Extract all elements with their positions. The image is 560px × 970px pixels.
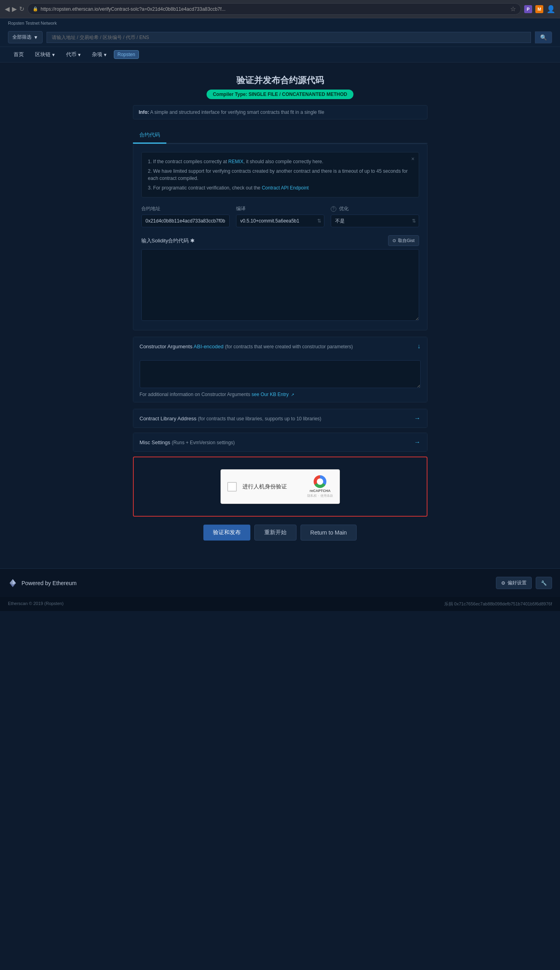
wrench-icon: 🔧 (541, 580, 547, 586)
recaptcha-checkbox[interactable] (227, 482, 237, 492)
optimize-select[interactable]: 不是 是 (331, 215, 419, 227)
search-input[interactable] (47, 32, 531, 43)
api-endpoint-link[interactable]: Contract API Endpoint (262, 185, 309, 191)
return-main-button[interactable]: Return to Main (300, 525, 357, 541)
misc-header[interactable]: Misc Settings (Runs + EvmVersion setting… (133, 433, 427, 451)
nav-item-tokens[interactable]: 代币 ▾ (60, 47, 86, 62)
dropdown-label: 全部筛选 (12, 34, 31, 41)
info-bar: Info: A simple and structured interface … (133, 105, 427, 119)
code-section-header: 输入Solidity合约代码 ✱ ⊙ 取自Gist (141, 235, 419, 246)
misc-section: Misc Settings (Runs + EvmVersion setting… (133, 433, 427, 452)
recaptcha-privacy[interactable]: 隐私权 (307, 494, 317, 498)
search-filter-dropdown[interactable]: 全部筛选 ▼ (8, 31, 43, 43)
form-group-compiler: 编译 v0.5.10+commit.5a6eea5b1 (236, 205, 324, 227)
star-icon[interactable]: ☆ (510, 5, 516, 13)
nav-item-misc[interactable]: 杂项 ▾ (86, 47, 112, 62)
gist-icon: ⊙ (392, 238, 396, 243)
solidity-code-input[interactable] (141, 249, 419, 321)
recaptcha-logo-center (317, 478, 323, 485)
network-label: Ropsten Testnet Network (8, 21, 57, 25)
compiler-select[interactable]: v0.5.10+commit.5a6eea5b1 (236, 215, 324, 227)
reload-icon[interactable]: ↻ (19, 5, 24, 13)
nav-dropdown-icon: ▾ (52, 52, 55, 58)
svg-marker-2 (13, 579, 16, 585)
reset-button[interactable]: 重新开始 (254, 525, 297, 541)
nav-item-blockchain[interactable]: 区块链 ▾ (29, 47, 60, 62)
site-footer: Powered by Ethereum ⚙ 偏好设置 🔧 (0, 568, 560, 597)
constructor-note: For additional information on Constructo… (140, 392, 421, 397)
recaptcha-links: 隐私权 - 使用条款 (307, 494, 333, 498)
network-badge[interactable]: Ropsten (114, 50, 139, 59)
notice-line-1: 1. If the contract compiles correctly at… (148, 158, 412, 165)
recaptcha-separator: - (318, 494, 319, 498)
notice-box: × 1. If the contract compiles correctly … (141, 152, 419, 197)
page-title: 验证并发布合约源代码 (133, 74, 427, 86)
forward-icon[interactable]: ▶ (12, 5, 17, 13)
abi-encoded-link[interactable]: ABI-encoded (193, 344, 223, 349)
remix-link[interactable]: REMIX (228, 159, 244, 164)
ext-icon-1[interactable]: P (524, 5, 532, 13)
library-arrow-icon: → (414, 415, 421, 422)
browser-nav[interactable]: ◀ ▶ ↻ (5, 5, 24, 13)
gist-button[interactable]: ⊙ 取自Gist (388, 235, 419, 246)
notice-close-icon[interactable]: × (411, 156, 414, 162)
constructor-section: Constructor Arguments ABI-encoded (for c… (133, 337, 427, 402)
footer-brand-text: Powered by Ethereum (21, 580, 77, 586)
donation-label: 乐捐 (444, 601, 453, 606)
site-header: 全部筛选 ▼ 🔍 (0, 28, 560, 47)
required-indicator: ✱ (190, 238, 195, 244)
url-text: https://ropsten.etherscan.io/verifyContr… (41, 6, 226, 12)
site-nav: 首页 区块链 ▾ 代币 ▾ 杂项 ▾ Ropsten (0, 47, 560, 62)
submit-button[interactable]: 验证和发布 (203, 525, 250, 541)
external-link-icon: ↗ (291, 392, 294, 397)
lock-icon: 🔒 (33, 6, 38, 12)
notice-line-2: 2. We have limited support for verifying… (148, 168, 412, 182)
form-fields-row: 合约地址 编译 v0.5.10+commit.5a6eea5b1 ? 优化 (141, 205, 419, 227)
recaptcha-terms[interactable]: 使用条款 (320, 494, 333, 498)
address-input[interactable] (141, 215, 230, 227)
browser-bar: ◀ ▶ ↻ 🔒 https://ropsten.etherscan.io/ver… (0, 0, 560, 18)
nav-dropdown-icon-3: ▾ (104, 52, 107, 58)
ext-icon-2[interactable]: M (535, 5, 543, 13)
nav-item-home[interactable]: 首页 (8, 47, 29, 62)
library-header[interactable]: Contract Library Address (for contracts … (133, 409, 427, 427)
constructor-body: For additional information on Constructo… (133, 355, 427, 402)
dropdown-arrow-icon: ▼ (33, 35, 38, 40)
recaptcha-label: 进行人机身份验证 (242, 483, 302, 490)
recaptcha-box: 进行人机身份验证 reCAPTCHA 隐私权 - 使用条款 (220, 469, 340, 504)
recaptcha-logo-icon (314, 475, 326, 488)
library-label: Contract Library Address (for contracts … (140, 416, 322, 422)
recaptcha-logo-area: reCAPTCHA 隐私权 - 使用条款 (307, 475, 333, 498)
url-bar[interactable]: 🔒 https://ropsten.etherscan.io/verifyCon… (27, 3, 521, 15)
compiler-badge-wrapper: Compiler Type: SINGLE FILE / CONCATENANT… (133, 91, 427, 97)
misc-label: Misc Settings (Runs + EvmVersion setting… (140, 439, 235, 445)
network-bar: Ropsten Testnet Network (0, 18, 560, 28)
optimize-help-icon[interactable]: ? (331, 206, 336, 212)
main-card: × 1. If the contract compiles correctly … (133, 144, 427, 330)
constructor-header[interactable]: Constructor Arguments ABI-encoded (for c… (133, 337, 427, 355)
settings-button[interactable]: 🔧 (536, 577, 552, 589)
constructor-args-input[interactable] (140, 360, 421, 388)
back-icon[interactable]: ◀ (5, 5, 10, 13)
compiler-label: 编译 (236, 205, 324, 212)
action-buttons: 验证和发布 重新开始 Return to Main (133, 525, 427, 541)
notice-line-3: 3. For programatic contract verification… (148, 184, 412, 191)
donation-info: 乐捐 0x71c7656ec7ab88b098defb751b7401b5f6d… (444, 601, 552, 607)
constructor-hint: (for contracts that were created with co… (225, 344, 353, 349)
info-text: A simple and structured interface for ve… (150, 109, 324, 115)
info-label: Info: (139, 109, 149, 115)
footer-right: ⚙ 偏好设置 🔧 (496, 577, 552, 589)
footer-brand: Powered by Ethereum (8, 578, 77, 588)
profile-icon[interactable]: 👤 (546, 5, 555, 14)
main-content: 验证并发布合约源代码 Compiler Type: SINGLE FILE / … (125, 62, 435, 568)
tab-contract-code[interactable]: 合约代码 (133, 127, 166, 144)
preferences-button[interactable]: ⚙ 偏好设置 (496, 577, 532, 589)
search-button[interactable]: 🔍 (535, 31, 552, 43)
code-label: 输入Solidity合约代码 ✱ (141, 237, 195, 244)
search-icon: 🔍 (540, 34, 547, 41)
recaptcha-brand: reCAPTCHA (310, 489, 331, 493)
nav-dropdown-icon-2: ▾ (78, 52, 81, 58)
recaptcha-section: 进行人机身份验证 reCAPTCHA 隐私权 - 使用条款 (133, 457, 427, 517)
kb-link[interactable]: see Our KB Entry (252, 392, 289, 397)
gist-label: 取自Gist (398, 238, 415, 244)
